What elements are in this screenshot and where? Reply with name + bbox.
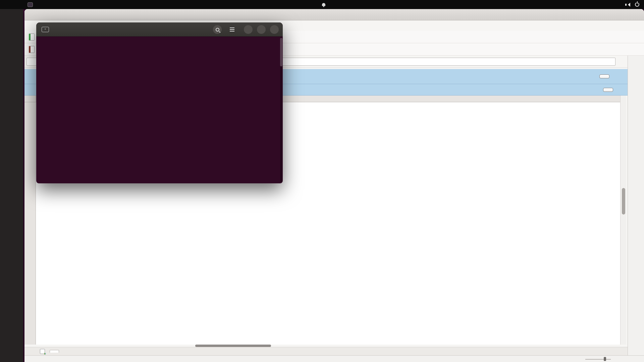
calc-titlebar[interactable] bbox=[24, 9, 644, 20]
add-sheet-icon[interactable] bbox=[40, 349, 45, 354]
volume-icon[interactable] bbox=[625, 3, 630, 7]
new-tab-icon[interactable]: + bbox=[42, 27, 49, 32]
search-icon[interactable] bbox=[213, 25, 222, 34]
zoom-slider-thumb[interactable] bbox=[604, 357, 606, 361]
status-bar bbox=[24, 355, 644, 362]
terminal-output[interactable] bbox=[36, 37, 283, 183]
vertical-scrollbar-thumb[interactable] bbox=[622, 188, 625, 215]
power-icon[interactable] bbox=[635, 2, 639, 7]
menu-icon[interactable] bbox=[228, 25, 236, 34]
terminal-scrollbar-thumb[interactable] bbox=[280, 38, 282, 66]
vertical-scrollbar[interactable] bbox=[620, 96, 626, 345]
desktop: + bbox=[0, 0, 644, 362]
calc-sidebar bbox=[628, 56, 644, 355]
sheet-tab[interactable] bbox=[50, 350, 59, 353]
notification-bell-icon bbox=[322, 3, 325, 6]
terminal-minimize-button[interactable] bbox=[244, 25, 253, 34]
focused-app-indicator[interactable] bbox=[28, 2, 35, 7]
select-all-corner[interactable] bbox=[24, 96, 36, 102]
new-document-icon[interactable] bbox=[27, 33, 36, 42]
donate-button[interactable] bbox=[603, 88, 613, 92]
terminal-window: + bbox=[36, 22, 283, 183]
terminal-titlebar[interactable]: + bbox=[36, 22, 283, 37]
clone-formatting-icon[interactable] bbox=[27, 45, 36, 54]
sheet-tab-bar bbox=[24, 347, 644, 355]
get-involved-button[interactable] bbox=[599, 74, 609, 78]
horizontal-scrollbar-thumb[interactable] bbox=[195, 345, 271, 347]
terminal-close-button[interactable] bbox=[270, 25, 279, 34]
top-bar bbox=[0, 0, 644, 9]
terminal-scrollbar[interactable] bbox=[280, 37, 282, 182]
terminal-maximize-button[interactable] bbox=[257, 25, 266, 34]
zoom-slider[interactable] bbox=[585, 359, 611, 360]
row-headers bbox=[24, 102, 36, 345]
dock bbox=[0, 9, 23, 362]
terminal-app-icon bbox=[28, 2, 33, 7]
